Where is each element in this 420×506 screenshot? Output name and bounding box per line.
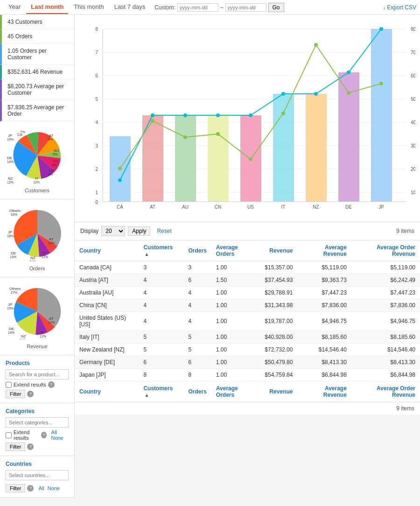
- svg-text:9%: 9%: [48, 173, 53, 176]
- col-country[interactable]: Country: [75, 240, 139, 261]
- categories-all-none[interactable]: All None: [50, 429, 69, 441]
- tab-last-month[interactable]: Last month: [26, 0, 68, 14]
- export-csv-button[interactable]: ↓ Export CSV: [383, 4, 416, 11]
- countries-filter-help-icon[interactable]: ?: [27, 485, 34, 492]
- main-layout: 43 Customers 45 Orders 1.05 Orders per C…: [0, 15, 420, 498]
- svg-text:21%: 21%: [20, 338, 27, 339]
- svg-text:Others: Others: [9, 209, 21, 213]
- cell-country: Germany [DE]: [75, 356, 139, 369]
- svg-text:60000.00: 60000.00: [411, 73, 415, 78]
- svg-text:33%: 33%: [11, 213, 17, 216]
- tab-year[interactable]: Year: [4, 0, 25, 14]
- svg-text:IT: IT: [35, 176, 38, 181]
- categories-all-label[interactable]: All: [51, 429, 57, 435]
- cell-customers: 3: [139, 261, 183, 274]
- date-from-input[interactable]: [177, 3, 218, 12]
- customers-pie-chart: CA 7% AT 9% AU 9% CN 6% US 9% IT 12% NZ …: [2, 125, 72, 186]
- tab-last-7-days[interactable]: Last 7 days: [110, 0, 150, 14]
- categories-filter-button[interactable]: Filter: [6, 443, 25, 451]
- footer-col-avg-order-revenue[interactable]: Average Order Revenue: [351, 381, 420, 402]
- categories-extend-checkbox[interactable]: [6, 432, 12, 438]
- svg-text:AT: AT: [49, 237, 54, 241]
- cell-revenue: $50,479.80: [260, 356, 297, 369]
- svg-text:CA: CA: [117, 204, 123, 210]
- categories-help-icon[interactable]: ?: [41, 432, 46, 438]
- products-help-icon[interactable]: ?: [48, 381, 55, 388]
- svg-text:12%: 12%: [40, 335, 46, 338]
- date-to-input[interactable]: [225, 3, 266, 12]
- col-avg-order-revenue[interactable]: Average Order Revenue: [351, 240, 420, 261]
- cell-avg-order-revenue: $5,119.00: [351, 261, 420, 274]
- products-filter-section: Products Extend results ? Filter ?: [0, 355, 74, 403]
- cell-revenue: $72,732.00: [260, 344, 297, 356]
- categories-none-label[interactable]: None: [51, 435, 63, 441]
- footer-col-avg-orders[interactable]: Average Orders: [211, 381, 260, 402]
- svg-text:AU: AU: [182, 204, 189, 210]
- countries-all-label[interactable]: All: [38, 485, 44, 491]
- svg-text:6%: 6%: [52, 163, 56, 167]
- svg-text:27%: 27%: [11, 291, 17, 294]
- countries-filter-button[interactable]: Filter: [6, 484, 25, 492]
- footer-col-avg-revenue[interactable]: Average Revenue: [297, 381, 351, 402]
- reset-button[interactable]: Reset: [153, 227, 175, 235]
- cell-avg-orders: 1.00: [211, 356, 260, 369]
- cell-avg-order-revenue: $7,836.00: [351, 299, 420, 312]
- footer-col-orders[interactable]: Orders: [184, 381, 211, 402]
- svg-text:14%: 14%: [7, 160, 14, 163]
- svg-point-87: [183, 113, 187, 117]
- countries-select-input[interactable]: [6, 470, 69, 480]
- svg-text:18%: 18%: [7, 234, 14, 238]
- svg-text:50000.00: 50000.00: [411, 97, 415, 102]
- products-extend-checkbox[interactable]: [6, 382, 12, 388]
- svg-text:NZ: NZ: [8, 176, 13, 181]
- svg-text:7%: 7%: [20, 130, 25, 134]
- svg-rect-69: [175, 115, 196, 202]
- revenue-pie-title: Revenue: [2, 342, 72, 351]
- customers-pie-section: CA 7% AT 9% AU 9% CN 6% US 9% IT 12% NZ …: [0, 121, 74, 199]
- svg-point-86: [151, 113, 154, 117]
- svg-text:DE: DE: [9, 327, 14, 331]
- svg-point-90: [281, 92, 285, 96]
- top-navigation: Year Last month This month Last 7 days C…: [0, 0, 420, 15]
- svg-text:Others: Others: [9, 287, 21, 291]
- cell-country: Australia [AU]: [75, 287, 139, 299]
- svg-text:1: 1: [95, 190, 98, 195]
- svg-rect-75: [371, 29, 392, 202]
- col-revenue[interactable]: Revenue: [260, 240, 297, 261]
- svg-text:12%: 12%: [33, 181, 40, 183]
- stat-orders-per-customer: 1.05 Orders per Customer: [0, 44, 74, 65]
- product-search-input[interactable]: [6, 369, 69, 380]
- go-button[interactable]: Go: [268, 3, 284, 12]
- col-avg-revenue[interactable]: Average Revenue: [297, 240, 351, 261]
- countries-all-none[interactable]: All None: [37, 485, 61, 491]
- svg-text:AU: AU: [54, 148, 59, 153]
- footer-col-customers[interactable]: Customers ▲: [139, 381, 183, 402]
- display-count-select[interactable]: 20 50 100: [101, 226, 125, 236]
- cell-revenue: $19,787.00: [260, 312, 297, 331]
- products-filter-button[interactable]: Filter: [6, 390, 25, 398]
- footer-col-revenue[interactable]: Revenue: [260, 381, 297, 402]
- date-separator: –: [220, 4, 224, 11]
- tab-this-month[interactable]: This month: [69, 0, 108, 14]
- col-avg-orders[interactable]: Average Orders: [211, 240, 260, 261]
- svg-point-91: [314, 92, 318, 96]
- custom-label: Custom:: [154, 4, 175, 11]
- products-filter-help-icon[interactable]: ?: [27, 391, 34, 397]
- apply-button[interactable]: Apply: [128, 226, 150, 236]
- col-orders[interactable]: Orders: [184, 240, 211, 261]
- cell-orders: 6: [184, 274, 211, 287]
- countries-none-label[interactable]: None: [48, 485, 60, 491]
- items-footer-count: 9 items: [75, 402, 420, 415]
- svg-text:10000.00: 10000.00: [411, 190, 415, 195]
- svg-text:3: 3: [95, 143, 98, 148]
- categories-filter-help-icon[interactable]: ?: [27, 443, 34, 450]
- categories-select-input[interactable]: [6, 417, 69, 428]
- cell-avg-orders: 1.00: [211, 312, 260, 331]
- table-row: United States (US) [US] 4 4 1.00 $19,787…: [75, 312, 420, 331]
- cell-revenue: $29,788.91: [260, 287, 297, 299]
- footer-col-country[interactable]: Country: [75, 381, 139, 402]
- stat-orders: 45 Orders: [0, 29, 74, 44]
- col-customers[interactable]: Customers ▲: [139, 240, 183, 261]
- svg-text:2: 2: [95, 167, 98, 172]
- svg-rect-73: [306, 94, 327, 202]
